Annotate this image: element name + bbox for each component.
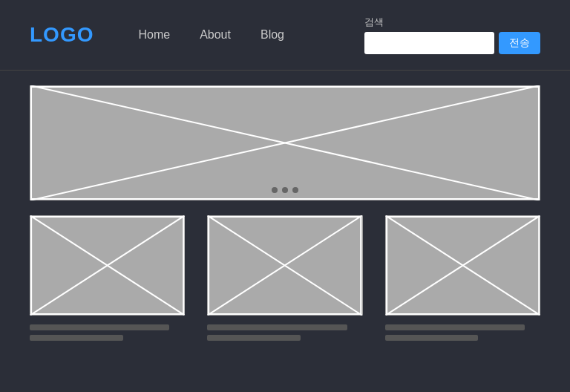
search-row: 전송 [364,32,540,54]
main-content [0,71,570,356]
card-3 [385,215,540,341]
header: LOGO Home About Blog 검색 전송 [0,0,570,71]
card-line [207,335,301,341]
card-line [207,324,347,330]
banner-image [30,85,540,200]
dot-2 [282,187,288,193]
card-1 [30,215,185,341]
banner-dots [272,187,298,193]
nav-item-blog[interactable]: Blog [261,28,284,42]
card-grid [30,215,540,341]
nav-item-home[interactable]: Home [138,28,170,42]
banner-placeholder [30,85,540,200]
card-image-2 [207,215,362,316]
send-button[interactable]: 전송 [499,32,540,54]
card-2 [207,215,362,341]
search-label: 검색 [364,16,384,29]
card-image-3 [385,215,540,316]
card-line [30,335,123,341]
card-line [385,335,479,341]
nav-item-about[interactable]: About [200,28,231,42]
logo: LOGO [30,23,94,47]
card-lines-1 [30,324,185,341]
card-lines-2 [207,324,362,341]
search-area: 검색 전송 [364,16,540,54]
nav: Home About Blog [138,28,364,42]
search-input[interactable] [364,32,494,54]
card-lines-3 [385,324,540,341]
dot-1 [272,187,278,193]
card-line [385,324,525,330]
dot-3 [292,187,298,193]
card-image-1 [30,215,185,316]
card-line [30,324,169,330]
